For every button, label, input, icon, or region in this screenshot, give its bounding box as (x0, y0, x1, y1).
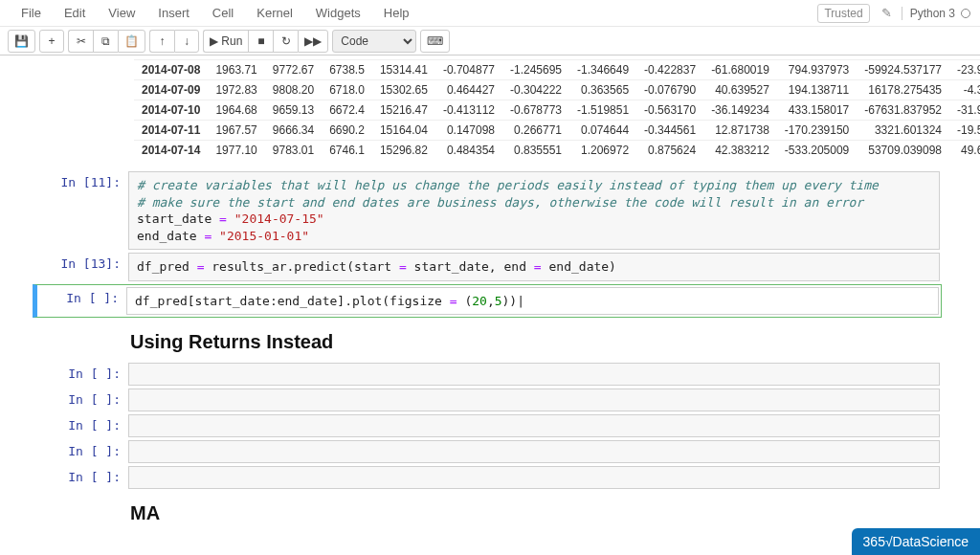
save-button[interactable]: 💾 (8, 30, 35, 53)
code-input[interactable]: df_pred = results_ar.predict(start = sta… (128, 253, 940, 281)
code-comment: # make sure the start and end dates are … (137, 195, 863, 210)
menu-view[interactable]: View (97, 2, 146, 24)
trusted-badge[interactable]: Trusted (817, 4, 869, 23)
cut-button[interactable]: ✂ (68, 30, 93, 53)
code-input[interactable]: # create variables that will help us cha… (128, 171, 940, 250)
copy-button[interactable]: ⧉ (93, 30, 118, 53)
kernel-name[interactable]: Python 3 (902, 7, 955, 20)
cell-value: -61.680019 (703, 60, 777, 80)
code-input[interactable] (128, 466, 940, 489)
restart-icon: ↻ (281, 34, 291, 48)
add-cell-button[interactable]: + (39, 30, 64, 53)
cell-value: 42.383212 (703, 141, 777, 161)
cell-value: 6718.0 (322, 80, 372, 100)
keyboard-icon: ⌨ (427, 34, 443, 48)
menu-insert[interactable]: Insert (146, 2, 201, 24)
code-cell-empty[interactable]: In [ ]: (38, 466, 942, 489)
cell-value: -19.549900 (949, 121, 980, 141)
code-input[interactable] (128, 414, 940, 437)
menu-kernel[interactable]: Kernel (245, 2, 304, 24)
copy-icon: ⧉ (101, 34, 110, 48)
pencil-icon[interactable]: ✎ (881, 6, 892, 20)
code-input[interactable]: df_pred[start_date:end_date].plot(figsiz… (126, 287, 939, 316)
cell-value: 6672.4 (322, 100, 372, 121)
cell-value: 9772.67 (265, 60, 322, 80)
cell-value: 15216.47 (372, 100, 435, 121)
run-button[interactable]: ▶ Run (203, 30, 248, 53)
cell-value: 9808.20 (265, 80, 322, 100)
paste-icon: 📋 (124, 34, 139, 48)
cell-value: 49.681687 (949, 141, 980, 161)
cell-value: -36.149234 (703, 100, 777, 121)
row-date: 2014-07-08 (134, 60, 208, 80)
menu-cell[interactable]: Cell (201, 2, 245, 24)
cell-value: -1.245695 (502, 60, 569, 80)
code-operator: = (399, 259, 407, 274)
fastforward-icon: ▶▶ (304, 34, 322, 48)
cell-value: 0.266771 (502, 121, 569, 141)
cell-value: 0.464427 (435, 80, 502, 100)
code-input[interactable] (128, 388, 940, 411)
code-cell-13[interactable]: In [13]: df_pred = results_ar.predict(st… (38, 253, 942, 281)
cell-prompt: In [ ]: (40, 414, 128, 437)
move-down-button[interactable]: ↓ (174, 30, 199, 53)
arrow-up-icon: ↑ (160, 34, 166, 48)
notebook-content[interactable]: 2014-07-081963.719772.676738.515314.41-0… (0, 56, 980, 555)
move-up-button[interactable]: ↑ (149, 30, 174, 53)
cell-value: -170.239150 (777, 121, 857, 141)
code-cell-11[interactable]: In [11]: # create variables that will he… (38, 171, 942, 250)
kernel-indicator-icon (961, 9, 970, 18)
cut-icon: ✂ (77, 34, 86, 48)
cell-value: 1964.68 (208, 100, 264, 121)
row-date: 2014-07-11 (134, 121, 208, 141)
cell-value: -31.953500 (949, 100, 980, 121)
cell-value: 1.206972 (569, 141, 636, 161)
code-cell-empty[interactable]: In [ ]: (38, 414, 942, 437)
table-row: 2014-07-141977.109783.016746.115296.820.… (134, 141, 980, 161)
menu-edit[interactable]: Edit (53, 2, 97, 24)
code-text: start_date, end (407, 259, 534, 274)
code-text (212, 229, 219, 243)
cell-value: -4.356981 (949, 80, 980, 100)
interrupt-button[interactable]: ■ (248, 30, 273, 53)
code-cell-empty[interactable]: In [ ]: (38, 363, 942, 386)
code-text: ( (457, 294, 473, 308)
cell-value: 3321.601324 (857, 121, 949, 141)
restart-run-all-button[interactable]: ▶▶ (298, 30, 328, 53)
cell-value: -0.678773 (502, 100, 569, 121)
cell-value: 9666.34 (265, 121, 322, 141)
code-input[interactable] (128, 363, 940, 386)
command-palette-button[interactable]: ⌨ (420, 30, 450, 53)
cell-value: -1.346649 (569, 60, 636, 80)
save-icon: 💾 (14, 34, 29, 48)
restart-button[interactable]: ↻ (273, 30, 298, 53)
code-cell-active[interactable]: In [ ]: df_pred[start_date:end_date].plo… (33, 284, 942, 319)
code-cell-empty[interactable]: In [ ]: (38, 388, 942, 411)
code-string: "2014-07-15" (234, 211, 324, 226)
paste-button[interactable]: 📋 (118, 30, 145, 53)
cell-value: -0.704877 (435, 60, 502, 80)
cell-type-select[interactable]: Code (332, 30, 416, 53)
cell-value: 16178.275435 (857, 80, 949, 100)
row-date: 2014-07-10 (134, 100, 208, 121)
menu-help[interactable]: Help (372, 2, 421, 24)
cell-prompt: In [ ]: (40, 363, 128, 386)
code-cell-empty[interactable]: In [ ]: (38, 440, 942, 463)
code-input[interactable] (128, 440, 940, 463)
arrow-down-icon: ↓ (184, 34, 189, 48)
cell-value: 0.147098 (435, 121, 502, 141)
code-text: end_date) (542, 259, 616, 274)
cell-value: 6746.1 (322, 141, 372, 161)
table-row: 2014-07-091972.839808.206718.015302.650.… (134, 80, 980, 100)
cell-value: 1977.10 (208, 141, 264, 161)
code-comment: # create variables that will help us cha… (137, 178, 879, 192)
menu-widgets[interactable]: Widgets (304, 2, 372, 24)
code-number: 5 (495, 294, 502, 308)
code-operator: = (450, 294, 457, 308)
cell-value: 15296.82 (372, 141, 435, 161)
cell-prompt: In [ ]: (40, 466, 128, 489)
code-text: results_ar.predict(start (204, 259, 399, 274)
cell-value: 9783.01 (265, 141, 322, 161)
cell-value: 15302.65 (372, 80, 435, 100)
menu-file[interactable]: File (10, 2, 53, 24)
